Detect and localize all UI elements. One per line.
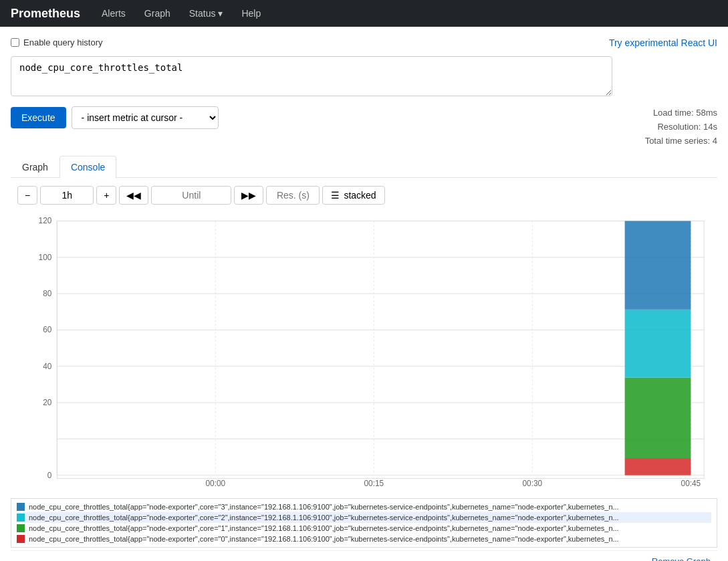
- svg-text:00:30: 00:30: [523, 479, 543, 489]
- svg-rect-0: [57, 221, 704, 479]
- svg-text:80: 80: [43, 289, 52, 298]
- legend-color-3: [17, 535, 25, 543]
- stats-panel: Load time: 58ms Resolution: 14s Total ti…: [645, 106, 717, 148]
- stacked-icon: ☰: [331, 190, 340, 201]
- nav-help[interactable]: Help: [233, 3, 269, 24]
- svg-rect-27: [625, 310, 691, 378]
- execute-row: Execute - insert metric at cursor -: [11, 106, 219, 129]
- graph-controls: − + ◀◀ ▶▶ ☰ stacked: [17, 186, 717, 205]
- navbar: Prometheus Alerts Graph Status ▾ Help: [0, 0, 728, 27]
- legend-text-1: node_cpu_core_throttles_total{app="node-…: [29, 514, 619, 522]
- svg-text:120: 120: [39, 217, 52, 226]
- svg-text:00:00: 00:00: [205, 479, 225, 489]
- metric-select[interactable]: - insert metric at cursor -: [72, 106, 219, 129]
- chart-svg: 120 100 80 60 40 20 0 00:00 00:15 00:30 …: [17, 213, 711, 493]
- nav-graph[interactable]: Graph: [136, 3, 178, 24]
- load-time-stat: Load time: 58ms: [645, 106, 717, 120]
- try-react-link[interactable]: Try experimental React UI: [609, 37, 717, 48]
- legend-color-2: [17, 524, 25, 532]
- until-input[interactable]: [151, 186, 231, 205]
- legend-color-1: [17, 514, 25, 522]
- legend-color-0: [17, 503, 25, 511]
- query-input[interactable]: [11, 56, 612, 96]
- nav-status-label: Status: [189, 8, 216, 19]
- tabs: Graph Console: [11, 156, 717, 178]
- legend-item-1[interactable]: node_cpu_core_throttles_total{app="node-…: [17, 512, 711, 523]
- nav-status-dropdown[interactable]: Status ▾: [181, 3, 231, 24]
- zoom-out-button[interactable]: −: [17, 186, 37, 205]
- duration-input[interactable]: [40, 186, 94, 205]
- legend-text-0: node_cpu_core_throttles_total{app="node-…: [29, 503, 619, 511]
- legend-item-3[interactable]: node_cpu_core_throttles_total{app="node-…: [17, 534, 711, 544]
- chart-container: 120 100 80 60 40 20 0 00:00 00:15 00:30 …: [17, 213, 711, 495]
- legend-text-2: node_cpu_core_throttles_total{app="node-…: [29, 524, 619, 532]
- enable-history-label[interactable]: Enable query history: [23, 37, 103, 47]
- chevron-down-icon: ▾: [218, 8, 223, 19]
- zoom-in-button[interactable]: +: [96, 186, 116, 205]
- query-area: [11, 56, 717, 98]
- svg-text:00:45: 00:45: [681, 479, 701, 489]
- legend: node_cpu_core_throttles_total{app="node-…: [11, 498, 717, 548]
- main-content: Enable query history Try experimental Re…: [0, 27, 728, 561]
- svg-rect-26: [625, 378, 691, 458]
- svg-rect-28: [625, 221, 691, 310]
- brand-logo[interactable]: Prometheus: [11, 7, 80, 21]
- svg-rect-25: [625, 458, 691, 475]
- legend-item-0[interactable]: node_cpu_core_throttles_total{app="node-…: [17, 501, 711, 512]
- resolution-stat: Resolution: 14s: [645, 120, 717, 134]
- legend-item-2[interactable]: node_cpu_core_throttles_total{app="node-…: [17, 523, 711, 534]
- svg-text:100: 100: [39, 253, 52, 262]
- execute-button[interactable]: Execute: [11, 107, 66, 128]
- svg-text:60: 60: [43, 326, 52, 335]
- remove-graph-row: Remove Graph: [11, 550, 717, 561]
- legend-text-3: node_cpu_core_throttles_total{app="node-…: [29, 535, 619, 543]
- remove-graph-button[interactable]: Remove Graph: [652, 556, 711, 561]
- top-bar: Enable query history Try experimental Re…: [11, 37, 717, 48]
- svg-text:40: 40: [43, 362, 52, 371]
- enable-history-checkbox[interactable]: [11, 38, 19, 47]
- nav-alerts[interactable]: Alerts: [94, 3, 134, 24]
- tab-console[interactable]: Console: [59, 156, 116, 178]
- svg-text:0: 0: [47, 471, 52, 480]
- back-button[interactable]: ◀◀: [119, 186, 148, 205]
- stacked-button[interactable]: ☰ stacked: [322, 186, 384, 205]
- resolution-input[interactable]: [266, 186, 320, 205]
- forward-button[interactable]: ▶▶: [234, 186, 263, 205]
- stacked-label: stacked: [344, 190, 376, 201]
- svg-text:20: 20: [43, 398, 52, 407]
- nav-links: Alerts Graph Status ▾ Help: [94, 3, 269, 24]
- tab-graph[interactable]: Graph: [11, 156, 59, 178]
- total-series-stat: Total time series: 4: [645, 134, 717, 148]
- enable-history-row: Enable query history: [11, 37, 103, 47]
- svg-text:00:15: 00:15: [364, 479, 384, 489]
